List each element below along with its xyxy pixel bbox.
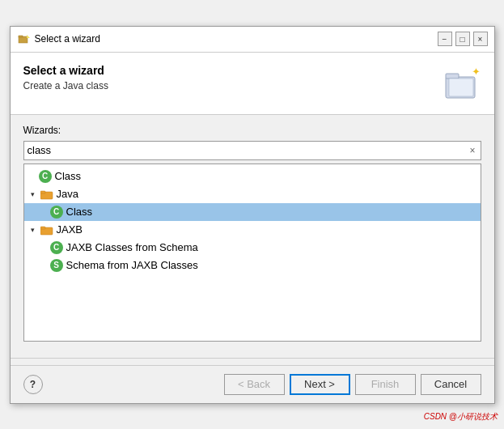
list-item[interactable]: ▾ Java <box>24 185 481 203</box>
cancel-button[interactable]: Cancel <box>421 374 481 395</box>
expand-arrow[interactable]: ▾ <box>28 224 39 236</box>
wizard-tree[interactable]: C Class ▾ Java C <box>23 164 481 342</box>
dialog-title: Select a wizard <box>23 64 443 77</box>
window-title: Select a wizard <box>35 33 438 45</box>
minimize-button[interactable]: − <box>438 32 452 46</box>
window-controls: − □ × <box>438 32 488 46</box>
close-button[interactable]: × <box>473 32 488 46</box>
titlebar-icon <box>17 32 30 45</box>
list-item[interactable]: C Class <box>24 203 481 221</box>
list-item[interactable]: ▾ JAXB <box>24 221 481 239</box>
svg-rect-5 <box>449 79 473 96</box>
svg-rect-8 <box>40 191 45 193</box>
search-input[interactable] <box>28 144 468 156</box>
svg-marker-2 <box>27 35 30 38</box>
list-item[interactable]: C JAXB Classes from Schema <box>24 239 481 257</box>
schema-icon: S <box>50 259 63 272</box>
class-icon: C <box>39 170 52 183</box>
dialog-subtitle: Create a Java class <box>23 80 443 91</box>
finish-button[interactable]: Finish <box>355 374 416 395</box>
item-label: JAXB <box>57 223 83 236</box>
button-row: ? < Back Next > Finish Cancel <box>11 366 494 403</box>
wizard-icon-svg: ✦ <box>443 64 481 103</box>
class-icon: C <box>50 241 63 254</box>
item-label: Schema from JAXB Classes <box>66 259 198 271</box>
title-bar: Select a wizard − □ × <box>11 27 494 53</box>
wizards-label: Wizards: <box>23 125 481 136</box>
svg-rect-1 <box>19 36 23 37</box>
item-label: JAXB Classes from Schema <box>66 241 198 253</box>
watermark: CSDN @小研说技术 <box>424 411 498 423</box>
next-button[interactable]: Next > <box>290 374 350 395</box>
svg-rect-10 <box>40 227 45 229</box>
back-button[interactable]: < Back <box>224 374 285 395</box>
class-icon: C <box>50 206 63 219</box>
item-label: Java <box>57 188 78 200</box>
list-item[interactable]: C Class <box>24 168 481 185</box>
item-label: Class <box>66 206 93 218</box>
header-text: Select a wizard Create a Java class <box>23 64 443 91</box>
folder-icon <box>40 223 53 236</box>
list-item[interactable]: S Schema from JAXB Classes <box>24 257 481 274</box>
maximize-button[interactable]: □ <box>455 32 470 46</box>
help-button[interactable]: ? <box>23 375 43 394</box>
header-icon: ✦ <box>443 64 481 103</box>
expand-arrow[interactable]: ▾ <box>28 189 39 200</box>
item-label: Class <box>55 170 82 182</box>
dialog-header: Select a wizard Create a Java class ✦ <box>11 53 494 115</box>
dialog-footer: ? < Back Next > Finish Cancel <box>11 358 494 403</box>
folder-icon <box>40 188 53 201</box>
svg-text:✦: ✦ <box>472 66 481 78</box>
search-bar: × <box>23 141 481 160</box>
search-clear-button[interactable]: × <box>468 146 476 155</box>
svg-rect-4 <box>446 74 459 79</box>
wizard-dialog: Select a wizard − □ × Select a wizard Cr… <box>10 26 495 404</box>
dialog-content: Wizards: × C Class ▾ <box>11 115 494 351</box>
